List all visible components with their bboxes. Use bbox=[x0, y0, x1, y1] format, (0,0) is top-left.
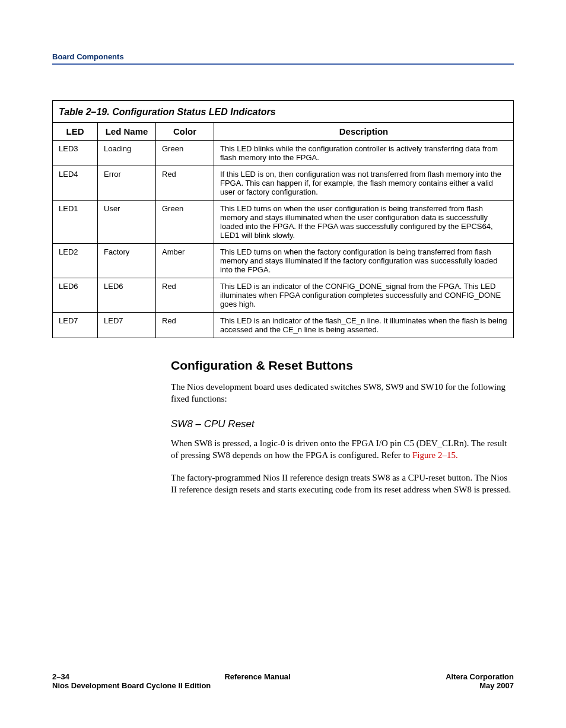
table-row: LED4 Error Red If this LED is on, then c… bbox=[53, 166, 514, 201]
footer-doc-title: Nios Development Board Cyclone II Editio… bbox=[52, 681, 211, 690]
cell-color: Amber bbox=[156, 244, 214, 278]
table-row: LED2 Factory Amber This LED turns on whe… bbox=[53, 244, 514, 278]
cell-desc: This LED turns on when the factory confi… bbox=[214, 244, 514, 278]
cell-led: LED4 bbox=[53, 166, 98, 201]
cell-color: Green bbox=[156, 201, 214, 244]
cell-desc: This LED is an indicator of the CONFIG_D… bbox=[214, 278, 514, 313]
cell-color: Red bbox=[156, 166, 214, 201]
cell-desc: This LED is an indicator of the flash_CE… bbox=[214, 313, 514, 338]
footer-center: Reference Manual bbox=[69, 672, 446, 681]
footer-right: Altera Corporation bbox=[446, 672, 514, 681]
subsection-heading: SW8 – CPU Reset bbox=[171, 418, 514, 430]
footer-date: May 2007 bbox=[479, 681, 514, 690]
paragraph-sw8-2: The factory-programmed Nios II reference… bbox=[171, 472, 514, 496]
table-caption: Table 2–19. Configuration Status LED Ind… bbox=[52, 100, 514, 122]
cell-name: Factory bbox=[98, 244, 156, 278]
table-row: LED7 LED7 Red This LED is an indicator o… bbox=[53, 313, 514, 338]
body-column: Configuration & Reset Buttons The Nios d… bbox=[171, 358, 514, 496]
footer-page: 2–34 bbox=[52, 672, 69, 681]
section-intro: The Nios development board uses dedicate… bbox=[171, 381, 514, 405]
cell-desc: If this LED is on, then configuration wa… bbox=[214, 166, 514, 201]
paragraph-sw8-1: When SW8 is pressed, a logic-0 is driven… bbox=[171, 437, 514, 462]
running-header: Board Components bbox=[52, 52, 514, 61]
cell-name: Error bbox=[98, 166, 156, 201]
col-description: Description bbox=[214, 123, 514, 141]
table-row: LED6 LED6 Red This LED is an indicator o… bbox=[53, 278, 514, 313]
cell-color: Green bbox=[156, 141, 214, 166]
cell-led: LED6 bbox=[53, 278, 98, 313]
page-footer: 2–34 Reference Manual Altera Corporation… bbox=[52, 672, 514, 690]
col-led-name: Led Name bbox=[98, 123, 156, 141]
config-status-led-table: Table 2–19. Configuration Status LED Ind… bbox=[52, 100, 514, 338]
cell-name: Loading bbox=[98, 141, 156, 166]
cell-led: LED2 bbox=[53, 244, 98, 278]
cell-led: LED3 bbox=[53, 141, 98, 166]
cell-color: Red bbox=[156, 278, 214, 313]
cell-name: LED6 bbox=[98, 278, 156, 313]
cell-name: User bbox=[98, 201, 156, 244]
cell-led: LED1 bbox=[53, 201, 98, 244]
cell-color: Red bbox=[156, 313, 214, 338]
section-heading: Configuration & Reset Buttons bbox=[171, 358, 514, 373]
table-row: LED3 Loading Green This LED blinks while… bbox=[53, 141, 514, 166]
col-led: LED bbox=[53, 123, 98, 141]
figure-link[interactable]: Figure 2–15. bbox=[412, 450, 458, 460]
cell-name: LED7 bbox=[98, 313, 156, 338]
table-row: LED1 User Green This LED turns on when t… bbox=[53, 201, 514, 244]
cell-desc: This LED turns on when the user configur… bbox=[214, 201, 514, 244]
cell-led: LED7 bbox=[53, 313, 98, 338]
header-rule bbox=[52, 63, 514, 65]
cell-desc: This LED blinks while the configuration … bbox=[214, 141, 514, 166]
col-color: Color bbox=[156, 123, 214, 141]
header-title: Board Components bbox=[52, 52, 124, 61]
table-header-row: LED Led Name Color Description bbox=[53, 123, 514, 141]
